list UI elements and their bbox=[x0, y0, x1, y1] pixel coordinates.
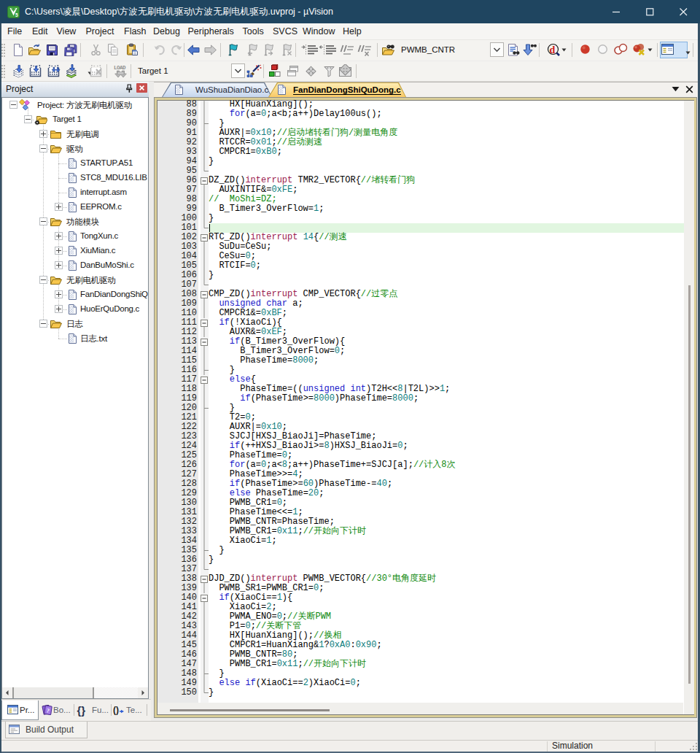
scrollbar-thumb[interactable] bbox=[12, 687, 94, 698]
expand-icon[interactable] bbox=[55, 305, 63, 313]
code-line-89[interactable]: 89 for(a=0;a<b;a++)Delay100us(); bbox=[158, 109, 684, 119]
fold-marker[interactable] bbox=[198, 318, 209, 328]
analysis-box-button[interactable] bbox=[338, 63, 354, 80]
build-button[interactable] bbox=[28, 63, 44, 80]
tree-item-fandiandongshiq[interactable]: FanDianDongShiQ bbox=[2, 287, 148, 302]
fold-marker[interactable] bbox=[198, 337, 209, 347]
manage-items-button[interactable] bbox=[285, 63, 301, 80]
target-combo-dropdown[interactable] bbox=[231, 63, 245, 78]
tree-item--[interactable]: 日志 bbox=[2, 317, 148, 331]
scrollbar-thumb[interactable] bbox=[688, 285, 691, 684]
analysis-diamond-button[interactable] bbox=[303, 63, 319, 80]
panel-tab-fu[interactable]: {}Fu... bbox=[75, 700, 110, 720]
code-line-115[interactable]: 115 PhaseTime=8000; bbox=[158, 356, 684, 366]
build-output-tab[interactable]: Build Output bbox=[5, 722, 88, 738]
comment-button[interactable] bbox=[338, 42, 354, 58]
tree-item-interrupt-asm[interactable]: interrupt.asm bbox=[2, 185, 148, 200]
undo-button[interactable] bbox=[152, 42, 168, 58]
collapse-icon[interactable] bbox=[39, 276, 47, 284]
project-tree-hscrollbar[interactable] bbox=[2, 687, 148, 698]
find-button[interactable]: d bbox=[545, 42, 561, 58]
code-line-99[interactable]: 99 B_Timer3_OverFlow=1; bbox=[158, 204, 684, 214]
breakpoint-kill-all-button[interactable] bbox=[631, 42, 648, 58]
navigate-forward-button[interactable] bbox=[203, 42, 219, 58]
new-file-button[interactable] bbox=[10, 42, 26, 58]
collapse-icon[interactable] bbox=[24, 115, 32, 123]
tree-item-project-[interactable]: Project: 方波无刷电机驱动 bbox=[2, 98, 148, 112]
analysis-funnel-button[interactable] bbox=[322, 63, 338, 80]
menu-tools[interactable]: Tools bbox=[243, 23, 264, 39]
resize-grip-icon[interactable] bbox=[688, 743, 699, 752]
copy-button[interactable] bbox=[105, 42, 121, 58]
scroll-right-arrow-icon[interactable] bbox=[138, 687, 148, 698]
rebuild-button[interactable] bbox=[46, 63, 62, 80]
close-document-icon[interactable] bbox=[685, 85, 693, 93]
expand-icon[interactable] bbox=[39, 130, 47, 138]
collapse-icon[interactable] bbox=[39, 217, 47, 225]
outdent-button[interactable] bbox=[318, 42, 334, 58]
collapse-icon[interactable] bbox=[39, 144, 47, 152]
code-line-100[interactable]: 100} bbox=[158, 214, 684, 223]
tree-item-huoerqudong-c[interactable]: HuoErQuDong.c bbox=[2, 302, 148, 317]
code-line-147[interactable]: 147 PWMB_CR1=0x11;//开始向下计时 bbox=[158, 660, 684, 669]
expand-icon[interactable] bbox=[55, 261, 63, 269]
panel-tab-pr[interactable]: Pr... bbox=[1, 700, 39, 720]
search-combo-value[interactable]: PWMB_CNTR bbox=[401, 42, 455, 58]
menu-window[interactable]: Window bbox=[303, 23, 335, 39]
uncomment-button[interactable] bbox=[356, 42, 372, 58]
collapse-icon[interactable] bbox=[9, 101, 18, 109]
toolbar-grip[interactable] bbox=[1, 65, 5, 78]
menu-view[interactable]: View bbox=[57, 23, 77, 39]
code-line-136[interactable]: 136} bbox=[158, 555, 684, 565]
line-number[interactable]: 150 bbox=[158, 688, 197, 698]
fold-marker[interactable] bbox=[198, 375, 209, 385]
menu-file[interactable]: File bbox=[7, 23, 22, 39]
tree-item-tongxun-c[interactable]: TongXun.c bbox=[2, 229, 148, 244]
breakpoint-button[interactable] bbox=[578, 42, 594, 58]
expand-icon[interactable] bbox=[55, 232, 63, 240]
tree-item-startup-a51[interactable]: STARTUP.A51 bbox=[2, 156, 148, 171]
collapse-icon[interactable] bbox=[39, 320, 47, 328]
panel-tab-te[interactable]: ()Te... bbox=[112, 700, 146, 720]
expand-icon[interactable] bbox=[55, 247, 63, 255]
menu-edit[interactable]: Edit bbox=[32, 23, 48, 39]
code-line-105[interactable]: 105 RTCIF=0; bbox=[158, 261, 684, 271]
bookmark-prev-button[interactable] bbox=[245, 42, 261, 58]
close-button[interactable] bbox=[666, 0, 700, 23]
incremental-find-button[interactable] bbox=[522, 42, 538, 58]
fold-marker[interactable] bbox=[198, 176, 209, 185]
toolbar-grip[interactable] bbox=[1, 44, 5, 57]
cut-button[interactable] bbox=[88, 42, 104, 58]
tree-item--[interactable]: 功能模块 bbox=[2, 215, 148, 229]
code-line-93[interactable]: 93 CMPCR1=0xB0; bbox=[158, 147, 684, 157]
editor-hscrollbar[interactable] bbox=[158, 703, 683, 714]
breakpoint-disable-button[interactable] bbox=[596, 42, 612, 58]
manage-rte-button[interactable] bbox=[268, 63, 284, 80]
batch-build-button[interactable] bbox=[63, 63, 88, 80]
code-line-149[interactable]: 149 else if(XiaoCi==2)XiaoCi=0; bbox=[158, 679, 684, 688]
translate-button[interactable] bbox=[10, 63, 26, 80]
window-layout-button[interactable] bbox=[660, 42, 688, 58]
menu-debug[interactable]: Debug bbox=[153, 23, 180, 39]
fold-marker[interactable] bbox=[198, 290, 209, 299]
code-line-134[interactable]: 134 XiaoCi=1; bbox=[158, 536, 684, 546]
menu-help[interactable]: Help bbox=[343, 23, 362, 39]
menu-project[interactable]: Project bbox=[86, 23, 114, 39]
bookmark-next-button[interactable] bbox=[261, 42, 277, 58]
save-button[interactable] bbox=[44, 42, 61, 58]
panel-tab-bo[interactable]: ?Bo... bbox=[40, 700, 73, 720]
tree-item-target-1[interactable]: Target 1 bbox=[2, 112, 148, 127]
code-line-135[interactable]: 135 } bbox=[158, 546, 684, 555]
fold-marker[interactable] bbox=[198, 593, 209, 603]
pin-icon[interactable] bbox=[125, 84, 133, 93]
bookmark-clear-button[interactable] bbox=[279, 42, 295, 58]
maximize-button[interactable] bbox=[633, 0, 666, 23]
indent-button[interactable] bbox=[300, 42, 316, 58]
tree-item--[interactable]: 驱动 bbox=[2, 142, 148, 156]
minimize-button[interactable] bbox=[599, 0, 633, 23]
bookmark-button[interactable] bbox=[225, 42, 241, 58]
breakpoint-disable-all-button[interactable] bbox=[612, 42, 629, 58]
menu-svcs[interactable]: SVCS bbox=[273, 23, 298, 39]
tree-item--[interactable]: 无刷电机驱动 bbox=[2, 273, 148, 287]
search-document-button[interactable] bbox=[506, 42, 522, 58]
